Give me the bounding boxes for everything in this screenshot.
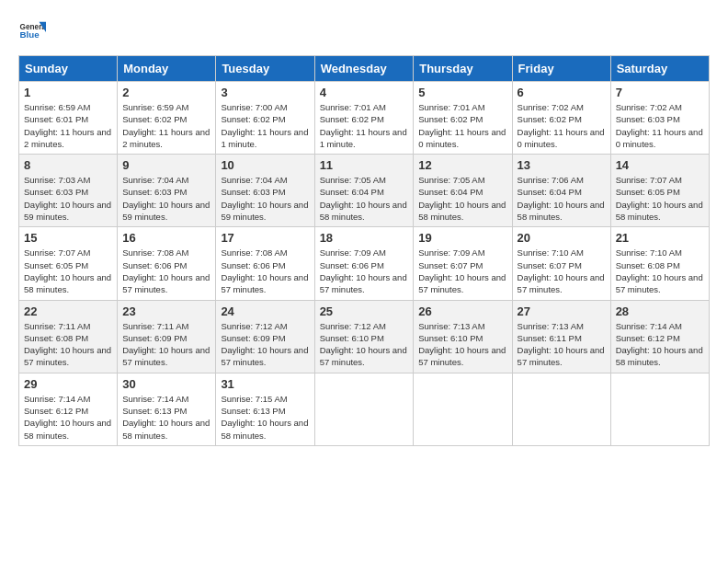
calendar-cell: [512, 373, 610, 445]
day-info: Sunrise: 7:01 AM Sunset: 6:02 PM Dayligh…: [418, 101, 506, 150]
day-info: Sunrise: 7:10 AM Sunset: 6:07 PM Dayligh…: [518, 247, 606, 295]
day-number: 22: [24, 304, 112, 318]
day-number: 30: [122, 377, 210, 391]
weekday-header-tuesday: Tuesday: [216, 56, 314, 82]
weekday-header-saturday: Saturday: [610, 56, 709, 82]
day-number: 5: [418, 86, 506, 99]
calendar-cell: 11Sunrise: 7:05 AM Sunset: 6:04 PM Dayli…: [314, 155, 414, 227]
day-info: Sunrise: 7:08 AM Sunset: 6:06 PM Dayligh…: [221, 247, 309, 295]
calendar-cell: 3Sunrise: 7:00 AM Sunset: 6:02 PM Daylig…: [216, 82, 314, 155]
calendar-cell: 27Sunrise: 7:13 AM Sunset: 6:11 PM Dayli…: [512, 300, 610, 373]
day-info: Sunrise: 7:04 AM Sunset: 6:03 PM Dayligh…: [221, 174, 309, 223]
day-info: Sunrise: 7:02 AM Sunset: 6:02 PM Dayligh…: [518, 101, 606, 150]
calendar-cell: 12Sunrise: 7:05 AM Sunset: 6:04 PM Dayli…: [414, 155, 512, 227]
day-info: Sunrise: 7:12 AM Sunset: 6:10 PM Dayligh…: [320, 320, 409, 369]
day-number: 14: [616, 158, 704, 172]
day-info: Sunrise: 7:07 AM Sunset: 6:05 PM Dayligh…: [616, 174, 704, 223]
calendar-cell: 13Sunrise: 7:06 AM Sunset: 6:04 PM Dayli…: [512, 155, 610, 227]
svg-text:Blue: Blue: [20, 29, 40, 40]
day-number: 31: [221, 377, 309, 391]
day-number: 26: [418, 304, 506, 318]
weekday-header-wednesday: Wednesday: [314, 56, 414, 82]
day-info: Sunrise: 7:15 AM Sunset: 6:13 PM Dayligh…: [221, 393, 309, 442]
calendar-cell: 7Sunrise: 7:02 AM Sunset: 6:03 PM Daylig…: [610, 82, 709, 155]
day-number: 17: [221, 231, 309, 245]
day-number: 8: [24, 158, 112, 172]
day-info: Sunrise: 7:14 AM Sunset: 6:12 PM Dayligh…: [616, 320, 704, 369]
calendar-cell: 8Sunrise: 7:03 AM Sunset: 6:03 PM Daylig…: [19, 155, 118, 227]
calendar-cell: 4Sunrise: 7:01 AM Sunset: 6:02 PM Daylig…: [314, 82, 414, 155]
day-number: 11: [320, 158, 409, 172]
day-info: Sunrise: 7:05 AM Sunset: 6:04 PM Dayligh…: [320, 174, 409, 223]
calendar-cell: 2Sunrise: 6:59 AM Sunset: 6:02 PM Daylig…: [118, 82, 216, 155]
day-info: Sunrise: 7:13 AM Sunset: 6:11 PM Dayligh…: [518, 320, 606, 369]
day-info: Sunrise: 7:08 AM Sunset: 6:06 PM Dayligh…: [122, 247, 210, 295]
day-number: 23: [122, 304, 210, 318]
calendar-cell: 15Sunrise: 7:07 AM Sunset: 6:05 PM Dayli…: [19, 227, 118, 300]
calendar-cell: 30Sunrise: 7:14 AM Sunset: 6:13 PM Dayli…: [118, 373, 216, 445]
day-info: Sunrise: 7:05 AM Sunset: 6:04 PM Dayligh…: [418, 174, 506, 223]
calendar-cell: 17Sunrise: 7:08 AM Sunset: 6:06 PM Dayli…: [216, 227, 314, 300]
day-info: Sunrise: 7:11 AM Sunset: 6:08 PM Dayligh…: [24, 320, 112, 369]
weekday-header-friday: Friday: [512, 56, 610, 82]
calendar-cell: [314, 373, 414, 445]
day-number: 27: [518, 304, 606, 318]
day-number: 3: [221, 86, 309, 99]
day-info: Sunrise: 7:02 AM Sunset: 6:03 PM Dayligh…: [616, 101, 704, 150]
weekday-header-monday: Monday: [118, 56, 216, 82]
day-number: 7: [616, 86, 704, 99]
calendar-cell: 16Sunrise: 7:08 AM Sunset: 6:06 PM Dayli…: [118, 227, 216, 300]
day-number: 18: [320, 231, 409, 245]
day-number: 29: [24, 377, 112, 391]
calendar-cell: 29Sunrise: 7:14 AM Sunset: 6:12 PM Dayli…: [19, 373, 118, 445]
day-info: Sunrise: 6:59 AM Sunset: 6:02 PM Dayligh…: [122, 101, 210, 150]
calendar-cell: 6Sunrise: 7:02 AM Sunset: 6:02 PM Daylig…: [512, 82, 610, 155]
day-number: 19: [418, 231, 506, 245]
day-info: Sunrise: 7:11 AM Sunset: 6:09 PM Dayligh…: [122, 320, 210, 369]
day-info: Sunrise: 7:13 AM Sunset: 6:10 PM Dayligh…: [418, 320, 506, 369]
calendar-table: SundayMondayTuesdayWednesdayThursdayFrid…: [18, 55, 710, 446]
calendar-cell: 28Sunrise: 7:14 AM Sunset: 6:12 PM Dayli…: [610, 300, 709, 373]
general-blue-icon: General Blue: [18, 18, 46, 46]
day-number: 10: [221, 158, 309, 172]
day-info: Sunrise: 7:09 AM Sunset: 6:07 PM Dayligh…: [418, 247, 506, 295]
calendar-cell: 20Sunrise: 7:10 AM Sunset: 6:07 PM Dayli…: [512, 227, 610, 300]
day-number: 9: [122, 158, 210, 172]
weekday-header-sunday: Sunday: [19, 56, 118, 82]
day-number: 25: [320, 304, 409, 318]
calendar-cell: 5Sunrise: 7:01 AM Sunset: 6:02 PM Daylig…: [414, 82, 512, 155]
calendar-cell: 9Sunrise: 7:04 AM Sunset: 6:03 PM Daylig…: [118, 155, 216, 227]
calendar-cell: 18Sunrise: 7:09 AM Sunset: 6:06 PM Dayli…: [314, 227, 414, 300]
calendar-cell: 1Sunrise: 6:59 AM Sunset: 6:01 PM Daylig…: [19, 82, 118, 155]
day-info: Sunrise: 6:59 AM Sunset: 6:01 PM Dayligh…: [24, 101, 112, 150]
day-info: Sunrise: 7:06 AM Sunset: 6:04 PM Dayligh…: [518, 174, 606, 223]
day-info: Sunrise: 7:09 AM Sunset: 6:06 PM Dayligh…: [320, 247, 409, 295]
calendar-cell: 23Sunrise: 7:11 AM Sunset: 6:09 PM Dayli…: [118, 300, 216, 373]
calendar-cell: [414, 373, 512, 445]
calendar-cell: 10Sunrise: 7:04 AM Sunset: 6:03 PM Dayli…: [216, 155, 314, 227]
calendar-cell: 21Sunrise: 7:10 AM Sunset: 6:08 PM Dayli…: [610, 227, 709, 300]
day-number: 6: [518, 86, 606, 99]
calendar-cell: 24Sunrise: 7:12 AM Sunset: 6:09 PM Dayli…: [216, 300, 314, 373]
day-number: 16: [122, 231, 210, 245]
day-number: 12: [418, 158, 506, 172]
calendar-cell: 14Sunrise: 7:07 AM Sunset: 6:05 PM Dayli…: [610, 155, 709, 227]
day-info: Sunrise: 7:03 AM Sunset: 6:03 PM Dayligh…: [24, 174, 112, 223]
day-number: 13: [518, 158, 606, 172]
logo: General Blue: [18, 18, 48, 46]
day-info: Sunrise: 7:04 AM Sunset: 6:03 PM Dayligh…: [122, 174, 210, 223]
day-info: Sunrise: 7:12 AM Sunset: 6:09 PM Dayligh…: [221, 320, 309, 369]
day-number: 1: [24, 86, 112, 99]
day-number: 28: [616, 304, 704, 318]
calendar-cell: 31Sunrise: 7:15 AM Sunset: 6:13 PM Dayli…: [216, 373, 314, 445]
day-info: Sunrise: 7:10 AM Sunset: 6:08 PM Dayligh…: [616, 247, 704, 295]
day-number: 4: [320, 86, 409, 99]
weekday-header-thursday: Thursday: [414, 56, 512, 82]
day-number: 2: [122, 86, 210, 99]
calendar-cell: [610, 373, 709, 445]
day-number: 15: [24, 231, 112, 245]
day-info: Sunrise: 7:07 AM Sunset: 6:05 PM Dayligh…: [24, 247, 112, 295]
calendar-cell: 25Sunrise: 7:12 AM Sunset: 6:10 PM Dayli…: [314, 300, 414, 373]
day-number: 20: [518, 231, 606, 245]
day-info: Sunrise: 7:00 AM Sunset: 6:02 PM Dayligh…: [221, 101, 309, 150]
